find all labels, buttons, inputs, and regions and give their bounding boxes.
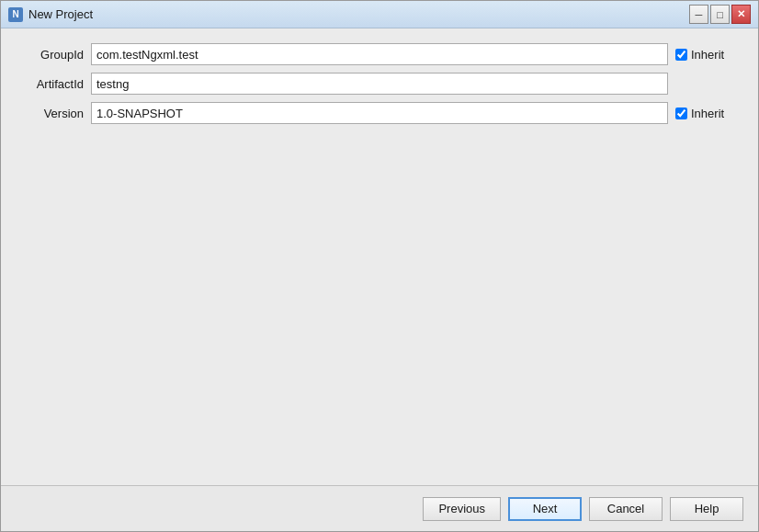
groupid-inherit-container: Inherit bbox=[675, 48, 740, 62]
groupid-row: GroupId Inherit bbox=[19, 43, 740, 65]
groupid-label: GroupId bbox=[19, 48, 84, 62]
content-spacer bbox=[19, 124, 740, 470]
content-area: GroupId Inherit ArtifactId Inherit Versi… bbox=[1, 28, 758, 485]
artifactid-row: ArtifactId Inherit bbox=[19, 73, 740, 95]
button-bar: Previous Next Cancel Help bbox=[1, 485, 758, 531]
version-label: Version bbox=[19, 107, 84, 120]
window-controls: ─ □ ✕ bbox=[689, 5, 751, 24]
next-button[interactable]: Next bbox=[508, 497, 582, 521]
previous-button[interactable]: Previous bbox=[423, 497, 501, 521]
version-inherit-container: Inherit bbox=[675, 107, 740, 120]
maximize-button[interactable]: □ bbox=[710, 5, 730, 24]
form-section: GroupId Inherit ArtifactId Inherit Versi… bbox=[19, 43, 740, 124]
version-inherit-label: Inherit bbox=[691, 107, 724, 120]
version-row: Version Inherit bbox=[19, 102, 740, 124]
artifactid-input[interactable] bbox=[91, 73, 668, 95]
window-icon: N bbox=[8, 7, 23, 22]
version-input[interactable] bbox=[91, 102, 668, 124]
groupid-input[interactable] bbox=[91, 43, 668, 65]
groupid-inherit-label: Inherit bbox=[691, 48, 724, 62]
new-project-dialog: N New Project ─ □ ✕ GroupId Inherit Arti… bbox=[0, 0, 759, 532]
window-title: New Project bbox=[28, 7, 689, 21]
groupid-inherit-checkbox[interactable] bbox=[675, 49, 687, 61]
close-button[interactable]: ✕ bbox=[731, 5, 751, 24]
help-button[interactable]: Help bbox=[670, 497, 743, 521]
version-inherit-checkbox[interactable] bbox=[675, 108, 687, 119]
artifactid-label: ArtifactId bbox=[19, 77, 84, 91]
minimize-button[interactable]: ─ bbox=[689, 5, 708, 24]
title-bar: N New Project ─ □ ✕ bbox=[1, 1, 758, 28]
cancel-button[interactable]: Cancel bbox=[589, 497, 663, 521]
